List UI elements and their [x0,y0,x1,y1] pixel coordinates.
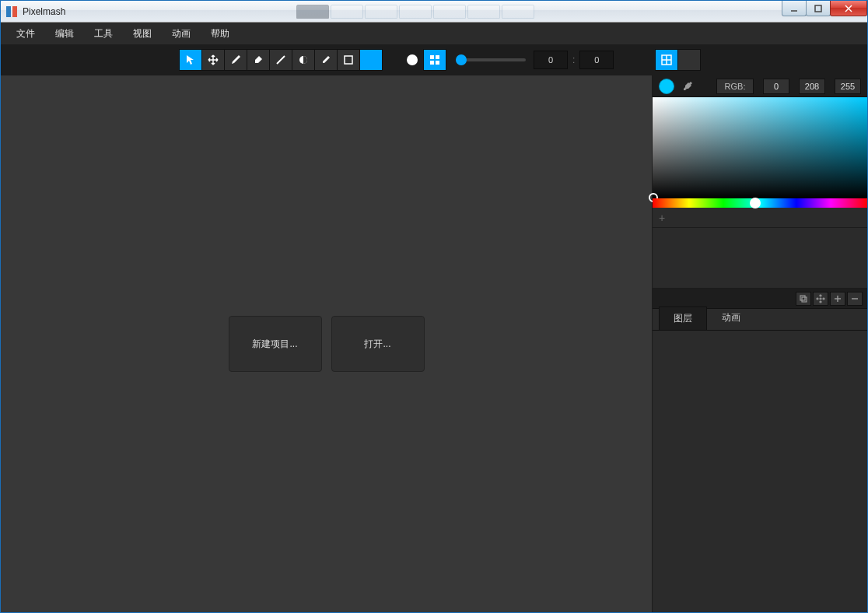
background-tabs [296,1,536,23]
tool-rectangle[interactable] [337,49,360,71]
close-button[interactable] [830,1,867,16]
svg-point-20 [823,298,824,299]
grid-settings[interactable] [677,49,701,71]
tool-color-swatch[interactable] [359,49,383,71]
layer-remove-button[interactable] [847,292,863,306]
tool-palette [180,49,383,71]
size-input-b[interactable]: 0 [579,51,614,69]
size-separator: : [572,54,575,65]
svg-rect-12 [436,61,439,65]
tool-eraser[interactable] [247,49,270,71]
svg-point-18 [820,298,821,299]
slider-thumb[interactable] [456,54,467,65]
menu-edit[interactable]: 编辑 [47,24,82,44]
size-input-a[interactable]: 0 [534,51,568,69]
tab-layers-label: 图层 [674,313,692,324]
rgb-label: RGB: [716,79,754,94]
menu-tools[interactable]: 工具 [86,24,121,44]
menu-help[interactable]: 帮助 [203,24,237,44]
window-buttons [782,1,867,16]
current-color-swatch[interactable] [659,79,674,94]
tool-pencil[interactable] [314,49,338,71]
svg-line-6 [277,56,285,64]
svg-rect-17 [802,297,807,302]
panel-spacer [653,228,867,289]
tool-fill[interactable] [292,49,315,71]
grid-toggle[interactable] [655,49,678,71]
tool-brush[interactable] [224,49,247,71]
maximize-button[interactable] [806,1,831,16]
layer-add-button[interactable] [830,292,845,306]
rgb-b-input[interactable]: 255 [835,79,861,94]
layer-duplicate-button[interactable] [796,292,811,306]
window-title: Pixelmash [23,6,65,17]
svg-rect-16 [800,296,805,300]
app-icon [5,5,18,18]
brush-size-slider[interactable] [451,58,526,61]
svg-rect-1 [12,6,17,17]
layer-merge-button[interactable] [813,292,828,306]
menu-animation[interactable]: 动画 [164,24,198,44]
layers-body [653,331,867,612]
menu-file[interactable]: 文件 [9,24,43,44]
main-toolbar: 0 : 0 [1,44,867,75]
open-button[interactable]: 打开... [331,316,425,372]
eyedropper-button[interactable] [681,79,695,93]
open-label: 打开... [364,338,390,351]
color-header: RGB: 0 208 255 [653,75,867,97]
main-body: 新建项目... 打开... RGB: 0 208 255 [1,75,867,612]
app-frame: 文件 编辑 工具 视图 动画 帮助 [1,23,867,612]
tool-line[interactable] [269,49,292,71]
saturation-value-picker[interactable] [653,97,867,198]
svg-rect-3 [815,5,821,12]
add-swatch-button[interactable]: + [659,212,665,224]
brush-shape-circle[interactable] [401,49,424,71]
svg-point-22 [820,301,821,303]
svg-rect-9 [430,55,434,59]
new-project-button[interactable]: 新建项目... [229,316,322,372]
tab-layers[interactable]: 图层 [659,306,707,330]
svg-point-21 [820,295,821,296]
svg-rect-0 [6,6,11,17]
tool-select[interactable] [179,49,202,71]
title-bar: Pixelmash [1,1,867,23]
new-project-label: 新建项目... [252,338,297,351]
tab-animation-label: 动画 [722,312,740,323]
canvas-area: 新建项目... 打开... [1,75,653,612]
menu-bar: 文件 编辑 工具 视图 动画 帮助 [1,23,867,44]
svg-rect-8 [345,56,352,64]
rgb-g-input[interactable]: 208 [799,79,825,94]
swatches-row: + [653,208,867,228]
menu-view[interactable]: 视图 [125,24,159,44]
hue-slider[interactable] [653,198,867,208]
tab-animation[interactable]: 动画 [707,306,755,330]
svg-rect-10 [436,55,439,59]
tool-move[interactable] [201,49,225,71]
brush-shape-pixel[interactable] [423,49,446,71]
minimize-button[interactable] [782,1,807,16]
panel-tabs: 图层 动画 [653,309,867,331]
right-panel: RGB: 0 208 255 + [653,75,867,612]
circle-icon [407,54,418,65]
application-window: Pixelmash 文件 编辑 工具 [0,0,868,613]
svg-point-19 [817,298,818,299]
hue-cursor[interactable] [750,198,761,208]
svg-rect-11 [430,61,434,65]
rgb-r-input[interactable]: 0 [763,79,789,94]
